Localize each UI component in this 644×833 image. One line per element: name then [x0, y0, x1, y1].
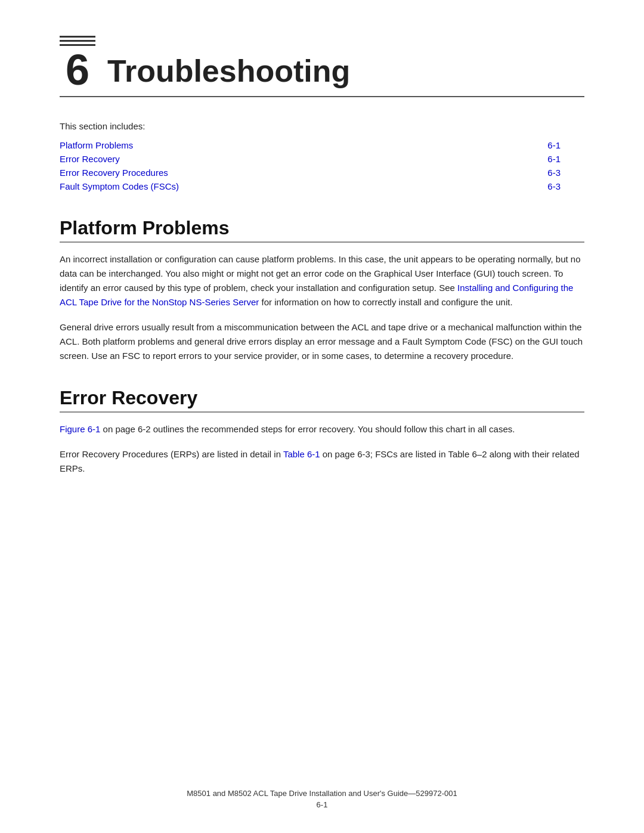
- toc-link-1[interactable]: Error Recovery: [60, 154, 120, 164]
- page-footer: M8501 and M8502 ACL Tape Drive Installat…: [0, 789, 644, 809]
- toc-page-3[interactable]: 6-3: [547, 181, 561, 191]
- section-platform-problems: Platform Problems An incorrect installat…: [60, 217, 584, 363]
- table-6-1-link[interactable]: Table 6-1: [283, 449, 320, 459]
- acl-config-link[interactable]: Installing and Configuring the ACL Tape …: [60, 283, 573, 307]
- error-recovery-heading: Error Recovery: [60, 387, 584, 413]
- chapter-title: Troubleshooting: [107, 53, 350, 91]
- toc-intro: This section includes:: [60, 121, 584, 131]
- error-recovery-para-1: Figure 6-1 on page 6-2 outlines the reco…: [60, 422, 584, 436]
- figure-6-1-link[interactable]: Figure 6-1: [60, 424, 100, 434]
- footer-page-number: 6-1: [0, 800, 644, 809]
- chapter-line-1: [60, 36, 95, 38]
- toc-link-2[interactable]: Error Recovery Procedures: [60, 168, 168, 178]
- chapter-lines: [60, 36, 95, 46]
- section-error-recovery: Error Recovery Figure 6-1 on page 6-2 ou…: [60, 387, 584, 476]
- platform-problems-para-2: General drive errors usually result from…: [60, 320, 584, 363]
- chapter-number-block: 6: [60, 36, 95, 91]
- platform-problems-heading: Platform Problems: [60, 217, 584, 243]
- platform-problems-para-1: An incorrect installation or configurati…: [60, 252, 584, 309]
- toc-link-3[interactable]: Fault Symptom Codes (FSCs): [60, 181, 179, 191]
- toc-link-0[interactable]: Platform Problems: [60, 140, 133, 150]
- toc-row: Fault Symptom Codes (FSCs)6-3: [60, 179, 584, 193]
- error-recovery-para-2: Error Recovery Procedures (ERPs) are lis…: [60, 447, 584, 476]
- chapter-line-2: [60, 40, 95, 42]
- footer-doc-name: M8501 and M8502 ACL Tape Drive Installat…: [0, 789, 644, 798]
- toc-table: Platform Problems6-1Error Recovery6-1Err…: [60, 138, 584, 193]
- toc-page-1[interactable]: 6-1: [547, 154, 561, 164]
- toc-page-0[interactable]: 6-1: [547, 140, 561, 150]
- chapter-number: 6: [66, 48, 89, 91]
- chapter-header: 6 Troubleshooting: [60, 36, 584, 97]
- toc-row: Platform Problems6-1: [60, 138, 584, 152]
- toc-row: Error Recovery Procedures6-3: [60, 166, 584, 179]
- toc-row: Error Recovery6-1: [60, 152, 584, 166]
- toc-page-2[interactable]: 6-3: [547, 168, 561, 178]
- toc-section: This section includes: Platform Problems…: [60, 121, 584, 193]
- page-container: 6 Troubleshooting This section includes:…: [0, 0, 644, 833]
